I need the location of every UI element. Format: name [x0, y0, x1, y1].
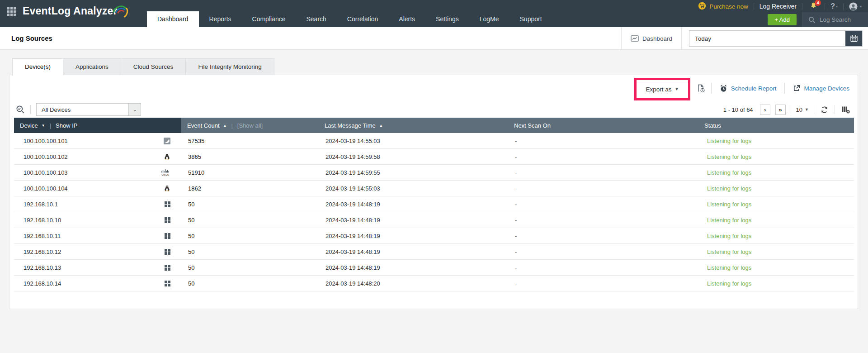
tab-file-integrity-monitoring[interactable]: File Integrity Monitoring — [186, 58, 274, 75]
export-as-highlight: Export as ▼ — [634, 78, 690, 100]
nav-item-correlation[interactable]: Correlation — [337, 11, 388, 27]
device-ip[interactable]: 100.100.100.103 — [24, 169, 68, 176]
table-row: 100.100.100.101575352024-03-19 14:55:03-… — [14, 133, 854, 149]
device-filter-select[interactable]: All Devices ⌄ — [36, 103, 141, 116]
status-link[interactable]: Listening for logs — [698, 185, 854, 192]
nav-item-search[interactable]: Search — [296, 11, 336, 27]
event-count-value[interactable]: 50 — [181, 248, 319, 255]
event-count-value[interactable]: 1862 — [181, 185, 319, 192]
status-link[interactable]: Listening for logs — [698, 280, 854, 287]
last-message-time-value: 2024-03-19 14:55:03 — [319, 138, 508, 144]
status-link[interactable]: Listening for logs — [698, 201, 854, 208]
divider — [711, 83, 712, 94]
schedule-report-label: Schedule Report — [731, 85, 777, 92]
calendar-button[interactable] — [845, 31, 862, 46]
device-ip[interactable]: 192.168.10.12 — [24, 248, 61, 255]
show-ip-toggle[interactable]: Show IP — [56, 122, 77, 129]
nav-item-logme[interactable]: LogMe — [469, 11, 509, 27]
purchase-now-link[interactable]: Purchase now — [698, 2, 748, 11]
device-ip[interactable]: 100.100.100.104 — [24, 185, 68, 192]
table-body: 100.100.100.101575352024-03-19 14:55:03-… — [14, 133, 854, 291]
external-link-icon — [793, 85, 800, 92]
user-menu-button[interactable]: ▾ — [849, 2, 862, 11]
event-count-value[interactable]: 3865 — [181, 153, 319, 160]
apps-grid-icon[interactable] — [7, 7, 16, 16]
manage-devices-button[interactable]: Manage Devices — [793, 85, 849, 92]
device-ip[interactable]: 192.168.10.11 — [24, 233, 61, 239]
column-header-device: Device ▼ | Show IP — [14, 118, 181, 133]
event-count-value[interactable]: 50 — [181, 280, 319, 287]
event-count-value[interactable]: 50 — [181, 233, 319, 239]
device-filter-value: All Devices — [37, 106, 71, 113]
next-scan-value: - — [508, 169, 698, 176]
next-scan-value: - — [508, 264, 698, 271]
avatar — [849, 2, 858, 11]
export-as-button[interactable]: Export as — [646, 86, 671, 93]
device-ip[interactable]: 192.168.10.13 — [24, 264, 61, 271]
device-sort[interactable]: Device — [20, 122, 38, 129]
log-receiver-link[interactable]: Log Receiver — [760, 3, 797, 10]
tab-applications[interactable]: Applications — [63, 58, 121, 75]
event-count-value[interactable]: 50 — [181, 201, 319, 208]
status-link[interactable]: Listening for logs — [698, 217, 854, 224]
dashboard-view-label: Dashboard — [642, 35, 672, 42]
card-toolbar: Export as ▼ Schedule Report Manage Devic… — [634, 75, 849, 101]
device-ip[interactable]: 192.168.10.10 — [24, 217, 61, 224]
nav-item-support[interactable]: Support — [509, 11, 552, 27]
dashboard-view-button[interactable]: Dashboard — [622, 35, 681, 42]
table-row: 192.168.10.14502024-03-19 14:48:20-Liste… — [14, 276, 854, 291]
device-ip[interactable]: 192.168.10.1 — [24, 201, 58, 208]
event-count-value[interactable]: 50 — [181, 264, 319, 271]
status-link[interactable]: Listening for logs — [698, 264, 854, 271]
event-count-value[interactable]: 51910 — [181, 169, 319, 176]
divider — [784, 83, 785, 94]
chevron-down-icon: ▼ — [42, 124, 45, 128]
date-range-picker[interactable]: Today — [689, 30, 863, 47]
event-count-value[interactable]: 50 — [181, 217, 319, 224]
status-link[interactable]: Listening for logs — [698, 233, 854, 239]
device-ip[interactable]: 100.100.100.102 — [24, 153, 68, 160]
device-ip[interactable]: 192.168.10.14 — [24, 280, 61, 287]
nav-item-dashboard[interactable]: Dashboard — [147, 11, 199, 27]
table-row: 192.168.10.11502024-03-19 14:48:19-Liste… — [14, 228, 854, 244]
status-link[interactable]: Listening for logs — [698, 138, 854, 144]
schedule-report-button[interactable]: Schedule Report — [720, 85, 777, 92]
status-link[interactable]: Listening for logs — [698, 169, 854, 176]
tab-cloud-sources[interactable]: Cloud Sources — [121, 58, 186, 75]
event-count-sort[interactable]: Event Count — [187, 122, 220, 129]
device-search-icon[interactable] — [16, 105, 25, 114]
show-all-link[interactable]: [Show all] — [237, 122, 263, 129]
refresh-button[interactable] — [821, 106, 828, 114]
page-header: Log Sources Dashboard Today — [0, 27, 868, 50]
page-title: Log Sources — [11, 27, 52, 50]
cart-icon — [698, 2, 706, 11]
status-link[interactable]: Listening for logs — [698, 248, 854, 255]
manage-devices-label: Manage Devices — [804, 85, 849, 92]
notifications-button[interactable]: 4 — [810, 2, 817, 11]
log-search-input[interactable]: Log Search — [802, 12, 868, 27]
nav-item-alerts[interactable]: Alerts — [388, 11, 425, 27]
event-count-value[interactable]: 57535 — [181, 138, 319, 144]
status-link[interactable]: Listening for logs — [698, 153, 854, 160]
tab-device-s-[interactable]: Device(s) — [12, 58, 63, 76]
nav-item-compliance[interactable]: Compliance — [242, 11, 296, 27]
nav-item-reports[interactable]: Reports — [199, 11, 242, 27]
help-menu-button[interactable]: ? ▾ — [830, 2, 838, 10]
column-header-status: Status — [698, 118, 854, 133]
add-button[interactable]: + Add — [768, 14, 797, 25]
add-column-button[interactable] — [841, 106, 850, 114]
divider — [30, 105, 31, 114]
last-message-time-value: 2024-03-19 14:55:03 — [319, 185, 508, 192]
column-header-last-message: Last Message Time ▲ — [319, 118, 508, 133]
last-page-button[interactable]: » — [775, 105, 786, 115]
last-message-sort[interactable]: Last Message Time — [325, 122, 376, 129]
nav-item-settings[interactable]: Settings — [425, 11, 469, 27]
last-message-time-value: 2024-03-19 14:48:19 — [319, 264, 508, 271]
purchase-now-label: Purchase now — [709, 3, 748, 10]
device-ip[interactable]: 100.100.100.101 — [24, 138, 68, 144]
firewall-device-icon — [164, 138, 170, 144]
chevron-down-icon: ▾ — [860, 5, 862, 9]
page-size-select[interactable]: 10 ▼ — [796, 106, 809, 113]
next-page-button[interactable]: › — [760, 105, 770, 115]
export-history-button[interactable] — [697, 84, 705, 92]
